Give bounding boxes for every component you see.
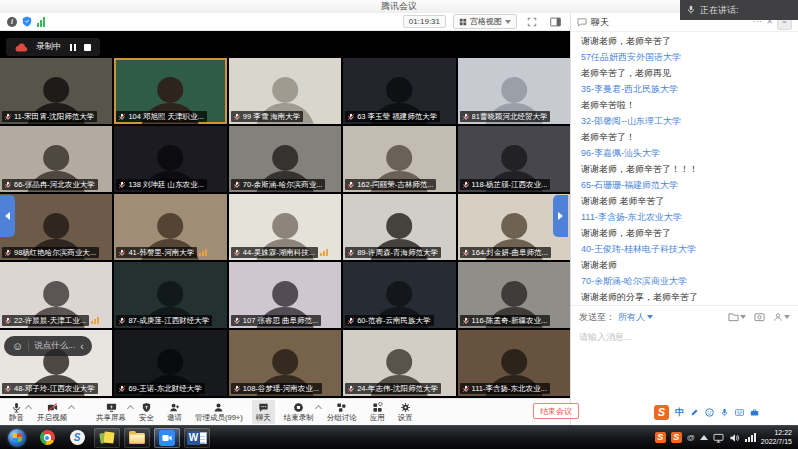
taskbar-file-explorer[interactable] <box>124 428 150 448</box>
end-meeting-button[interactable]: 结束会议 <box>533 403 579 419</box>
layout-toggle-button[interactable] <box>547 15 563 29</box>
camera-button[interactable]: 开启视频 <box>37 402 67 422</box>
prev-page-button[interactable] <box>0 195 15 237</box>
sogou-ime-icon[interactable]: S <box>654 405 669 420</box>
tray-misc-icon[interactable]: @ <box>687 433 695 442</box>
participant-tile[interactable]: 87-成庚莲-江西财经大学 <box>114 262 226 328</box>
ime-pen-icon[interactable] <box>690 408 699 417</box>
participant-tile[interactable]: 60-范睿-云南民族大学 <box>343 262 455 328</box>
say-something-placeholder[interactable]: 说点什么... <box>34 340 75 352</box>
participant-name-row: 116-陈孟奇-新疆农业... <box>460 315 568 326</box>
settings-button[interactable]: 设置 <box>398 402 413 422</box>
collapse-bubble-icon[interactable]: ‹ <box>80 341 83 352</box>
pause-recording-icon[interactable] <box>70 44 76 51</box>
chevron-up-icon[interactable] <box>127 405 134 412</box>
participant-tile[interactable]: 22-许晨晨-天津工业... <box>0 262 112 328</box>
apps-button[interactable]: 应用 <box>370 402 385 422</box>
participant-name-row: 69-王诺-东北财经大学 <box>116 383 224 394</box>
start-button[interactable] <box>4 428 30 448</box>
participant-name-row: 24-年志伟-沈阳师范大学 <box>345 383 453 394</box>
network-quality-icon[interactable] <box>37 17 45 27</box>
quick-reaction-bubble[interactable]: ☺ 说点什么... ‹ <box>4 336 92 356</box>
contact-icon[interactable] <box>773 312 790 322</box>
participant-tile[interactable]: 116-陈孟奇-新疆农业... <box>458 262 570 328</box>
mute-button[interactable]: 静音 <box>9 402 24 422</box>
file-icon[interactable] <box>728 312 746 322</box>
participant-tile[interactable]: 111-李含扬-东北农业... <box>458 330 570 396</box>
chevron-up-icon[interactable] <box>315 405 322 412</box>
volume-icon[interactable] <box>729 433 740 443</box>
participant-tile[interactable]: 107 张睿思 曲阜师范... <box>229 262 341 328</box>
sogou-tray-icon-2[interactable]: S <box>671 432 682 443</box>
participant-name-bar: 41-韩謦里-河南大学 <box>116 247 197 258</box>
mic-muted-icon <box>118 249 126 257</box>
video-area: 录制中 11-宋田霄-沈阳师范大学104 邓旭照 天津职业...99 李雪 海南… <box>0 31 570 398</box>
sogou-tray-icon-1[interactable]: S <box>655 432 666 443</box>
invite-icon <box>169 402 180 413</box>
chat-sender: 40-王俊玮-桂林电子科技大学 <box>571 241 798 257</box>
mic-muted-icon <box>4 317 12 325</box>
chevron-up-icon[interactable] <box>68 405 75 412</box>
grid-view-button[interactable]: 宫格视图 <box>453 14 517 29</box>
smiley-icon[interactable]: ☺ <box>12 340 23 352</box>
participant-tile[interactable]: 98杨红艳哈尔滨商业大... <box>0 194 112 260</box>
participant-tile[interactable]: 66-张晶冉-河北农业大学 <box>0 126 112 192</box>
ime-keyboard-icon[interactable] <box>735 408 744 417</box>
members-button[interactable]: 管理成员(99+) <box>195 402 243 422</box>
settings-label: 设置 <box>398 414 413 422</box>
chevron-up-icon[interactable] <box>25 405 32 412</box>
stop-recording-icon[interactable] <box>84 44 91 51</box>
participant-tile[interactable]: 69-王诺-东北财经大学 <box>114 330 226 396</box>
info-icon[interactable]: i <box>7 17 17 27</box>
participant-tile[interactable]: 24-年志伟-沈阳师范大学 <box>343 330 455 396</box>
stop-record-label: 结束录制 <box>284 414 314 422</box>
participant-tile[interactable]: 44-吴姝霖-湖南科技... <box>229 194 341 260</box>
ime-mic-icon[interactable] <box>720 408 729 417</box>
participant-name-bar: 48-邓子玲-江西农业大学 <box>2 383 98 394</box>
taskbar-sticky-notes[interactable] <box>94 428 120 448</box>
participant-tile[interactable]: 162-闫丽荣-吉林师范... <box>343 126 455 192</box>
chat-message-list[interactable]: 谢谢老师，老师辛苦了57任品妍西安外国语大学老师辛苦了，老师再见35-李曼君-西… <box>571 32 798 305</box>
security-button[interactable]: 安全 <box>139 402 154 422</box>
participant-tile[interactable]: 81曹晓颖河北经贸大学 <box>458 58 570 124</box>
participant-tile[interactable]: 70-余斯涵-哈尔滨商业... <box>229 126 341 192</box>
screenshot-icon[interactable] <box>754 312 765 322</box>
signal-strength-icon[interactable] <box>745 433 756 442</box>
cloud-record-icon <box>15 43 28 52</box>
network-icon[interactable] <box>713 433 724 443</box>
clock-time: 12:22 <box>761 429 792 438</box>
taskbar-tencent-meeting[interactable] <box>154 428 180 448</box>
meeting-timer: 01:19:31 <box>403 15 446 28</box>
mic-muted-icon <box>118 385 126 393</box>
participant-name-row: 111-李含扬-东北农业... <box>460 383 568 394</box>
participant-tile[interactable]: 104 邓旭照 天津职业... <box>114 58 226 124</box>
participant-tile[interactable]: 63 李玉莹 福建师范大学 <box>343 58 455 124</box>
invite-button[interactable]: 邀请 <box>167 402 182 422</box>
participant-name: 70-余斯涵-哈尔滨商业... <box>243 179 323 190</box>
participant-name: 81曹晓颖河北经贸大学 <box>472 111 548 122</box>
participant-tile[interactable]: 41-韩謦里-河南大学 <box>114 194 226 260</box>
taskbar-sogou-browser[interactable]: S <box>64 428 90 448</box>
breakout-button[interactable]: 分组讨论 <box>327 402 357 422</box>
ime-language-indicator[interactable]: 中 <box>675 406 684 419</box>
participant-tile[interactable]: 118-杨芷颀-江西农业... <box>458 126 570 192</box>
participant-tile[interactable]: 89-许周森-青海师范大学 <box>343 194 455 260</box>
show-hidden-icons-button[interactable] <box>700 435 708 440</box>
share-screen-button[interactable]: 共享屏幕 <box>96 402 126 422</box>
shield-icon[interactable] <box>22 16 32 27</box>
stop-record-button[interactable]: 结束录制 <box>284 402 314 422</box>
ime-toolbox-icon[interactable] <box>750 408 759 417</box>
taskbar-chrome[interactable] <box>34 428 60 448</box>
participant-tile[interactable]: 108-谷梦瑶-河南农业... <box>229 330 341 396</box>
participant-tile[interactable]: 138 刘坤廷 山东农业... <box>114 126 226 192</box>
next-page-button[interactable] <box>553 195 568 237</box>
participant-tile[interactable]: 99 李雪 海南大学 <box>229 58 341 124</box>
ime-emoji-icon[interactable] <box>705 408 714 417</box>
mic-muted-icon <box>233 317 241 325</box>
fullscreen-button[interactable] <box>524 15 540 29</box>
taskbar-word[interactable]: W <box>184 428 210 448</box>
send-to-select[interactable]: 所有人 <box>618 311 653 324</box>
participant-tile[interactable]: 11-宋田霄-沈阳师范大学 <box>0 58 112 124</box>
taskbar-clock[interactable]: 12:22 2022/7/15 <box>761 429 794 446</box>
chat-button[interactable]: 聊天 <box>252 400 275 424</box>
